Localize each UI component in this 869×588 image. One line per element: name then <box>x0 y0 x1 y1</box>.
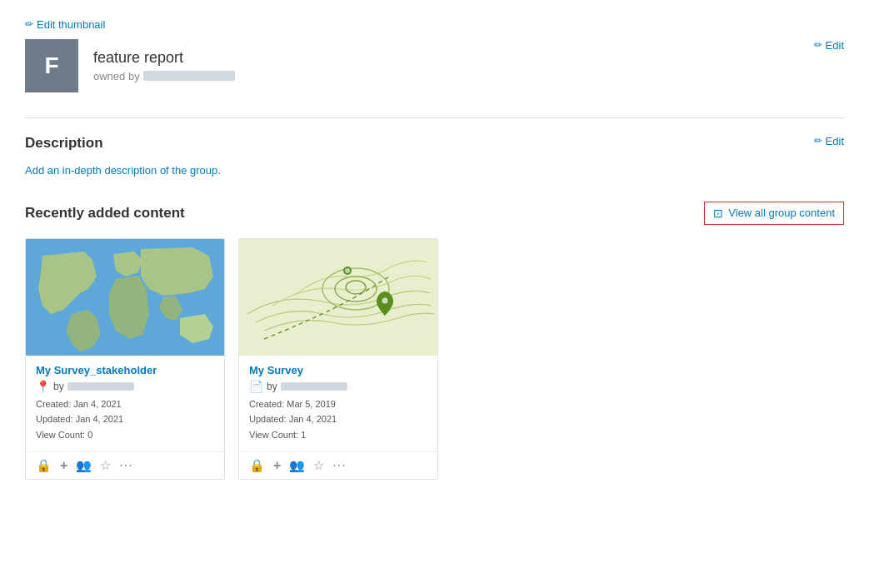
add-icon-1[interactable]: + <box>60 458 67 473</box>
edit-thumbnail-label: Edit thumbnail <box>37 18 105 31</box>
description-edit-link[interactable]: ✏ Edit <box>814 135 844 147</box>
header-edit-link[interactable]: ✏ Edit <box>814 39 844 52</box>
add-icon-2[interactable]: + <box>273 458 281 473</box>
card-meta-1: Created: Jan 4, 2021 Updated: Jan 4, 202… <box>36 396 214 443</box>
card-survey: My Survey 📄 by Created: Mar 5, 2019 Upda… <box>238 238 438 480</box>
survey-icon-2: 📄 <box>249 380 263 393</box>
svg-point-6 <box>345 268 350 273</box>
star-icon-1[interactable]: ☆ <box>100 458 111 473</box>
recently-title: Recently added content <box>25 205 185 222</box>
thumbnail-letter: F <box>44 52 58 79</box>
recently-added-section: Recently added content ⊡ View all group … <box>25 202 844 480</box>
more-icon-1[interactable]: ··· <box>119 458 132 473</box>
view-all-icon: ⊡ <box>713 207 723 220</box>
card-viewcount-2: View Count: 1 <box>249 427 427 443</box>
desc-edit-pencil-icon: ✏ <box>814 135 822 147</box>
svg-point-7 <box>382 297 388 303</box>
recently-header: Recently added content ⊡ View all group … <box>25 202 844 225</box>
cards-grid: My Survey_stakeholder 📍 by Created: Jan … <box>25 238 844 480</box>
header-left: F feature report owned by <box>25 39 235 92</box>
description-header: Description ✏ Edit <box>25 135 844 152</box>
card-body-2: My Survey 📄 by Created: Mar 5, 2019 Upda… <box>239 356 437 451</box>
divider-1 <box>25 117 844 118</box>
card-owner-redacted-1 <box>67 382 134 391</box>
card-owner-row-2: 📄 by <box>249 380 427 393</box>
group-icon-2[interactable]: 👥 <box>289 458 305 473</box>
view-all-group-content-button[interactable]: ⊡ View all group content <box>704 202 844 225</box>
description-edit-label: Edit <box>826 135 844 147</box>
card-title-link-1[interactable]: My Survey_stakeholder <box>36 364 214 376</box>
pencil-icon: ✏ <box>25 18 33 30</box>
owner-redacted <box>143 71 235 81</box>
card-created-1: Created: Jan 4, 2021 <box>36 396 214 412</box>
card-created-2: Created: Mar 5, 2019 <box>249 396 427 412</box>
thumbnail-box: F <box>25 39 78 92</box>
lock-icon-2[interactable]: 🔒 <box>249 458 265 473</box>
group-icon-1[interactable]: 👥 <box>76 458 92 473</box>
lock-icon-1[interactable]: 🔒 <box>36 458 52 473</box>
card-updated-2: Updated: Jan 4, 2021 <box>249 411 427 427</box>
card-thumbnail-world-map <box>26 239 225 356</box>
card-owner-row-1: 📍 by <box>36 380 214 393</box>
card-title-link-2[interactable]: My Survey <box>249 364 427 376</box>
description-section: Description ✏ Edit Add an in-depth descr… <box>25 135 844 177</box>
card-body-1: My Survey_stakeholder 📍 by Created: Jan … <box>26 356 224 451</box>
item-info: feature report owned by <box>93 49 235 82</box>
description-title: Description <box>25 135 103 152</box>
card-owner-redacted-2 <box>281 382 347 391</box>
add-description-link[interactable]: Add an in-depth description of the group… <box>25 164 221 177</box>
card-footer-1: 🔒 + 👥 ☆ ··· <box>26 451 224 479</box>
card-footer-2: 🔒 + 👥 ☆ ··· <box>239 451 437 479</box>
card-survey-stakeholder: My Survey_stakeholder 📍 by Created: Jan … <box>25 238 225 480</box>
edit-thumbnail-link[interactable]: ✏ Edit thumbnail <box>25 18 105 31</box>
header-row: F feature report owned by ✏ Edit <box>25 39 844 92</box>
item-owner: owned by <box>93 70 235 82</box>
card-updated-1: Updated: Jan 4, 2021 <box>36 411 214 427</box>
header-edit-label: Edit <box>826 39 844 52</box>
survey-icon-1: 📍 <box>36 380 50 393</box>
star-icon-2[interactable]: ☆ <box>313 458 324 473</box>
card-thumbnail-topo-map <box>239 239 438 356</box>
header-edit-pencil-icon: ✏ <box>814 39 822 51</box>
svg-rect-1 <box>239 239 438 356</box>
page-container: ✏ Edit thumbnail F feature report owned … <box>0 0 869 496</box>
item-title: feature report <box>93 49 235 67</box>
view-all-label: View all group content <box>728 207 835 219</box>
card-viewcount-1: View Count: 0 <box>36 427 214 443</box>
card-meta-2: Created: Mar 5, 2019 Updated: Jan 4, 202… <box>249 396 427 443</box>
more-icon-2[interactable]: ··· <box>332 458 346 473</box>
